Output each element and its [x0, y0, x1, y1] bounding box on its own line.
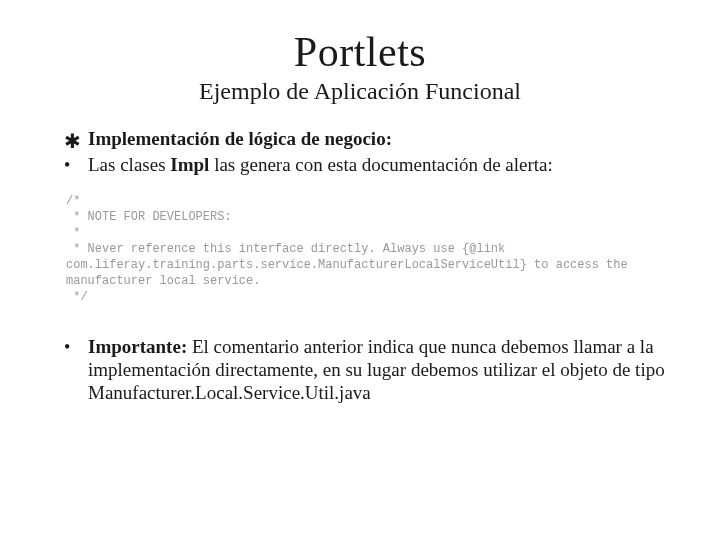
bullet-dot-icon: •: [64, 153, 88, 177]
asterisk-icon: ✱: [64, 130, 88, 152]
slide: Portlets Ejemplo de Aplicación Funcional…: [0, 0, 720, 540]
impl-bold-text: Impl: [170, 154, 209, 175]
bullet-important-text: Importante: El comentario anterior indic…: [88, 335, 680, 404]
bullet-dot-icon: •: [64, 335, 88, 359]
slide-content: ✱ Implementación de lógica de negocio: •…: [40, 127, 680, 404]
bullet-implementation-bold: Implementación de lógica de negocio:: [88, 128, 392, 149]
impl-post-text: las genera con esta documentación de ale…: [209, 154, 552, 175]
slide-subtitle: Ejemplo de Aplicación Funcional: [40, 78, 680, 105]
important-label: Importante:: [88, 336, 187, 357]
bullet-impl-classes-text: Las clases Impl las genera con esta docu…: [88, 153, 680, 177]
bullet-implementation: ✱ Implementación de lógica de negocio:: [64, 127, 680, 151]
impl-pre-text: Las clases: [88, 154, 170, 175]
bullet-important: • Importante: El comentario anterior ind…: [64, 335, 680, 404]
code-comment-block: /* * NOTE FOR DEVELOPERS: * * Never refe…: [64, 191, 680, 307]
slide-title: Portlets: [40, 28, 680, 76]
bullet-impl-classes: • Las clases Impl las genera con esta do…: [64, 153, 680, 177]
bullet-implementation-text: Implementación de lógica de negocio:: [88, 127, 680, 151]
